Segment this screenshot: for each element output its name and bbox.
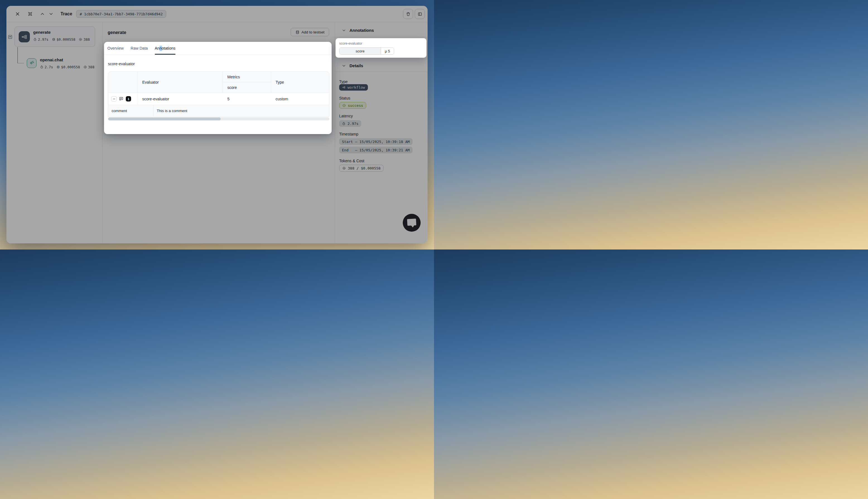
score-metric-button[interactable]: score — [339, 48, 381, 54]
comment-key: comment — [108, 105, 154, 117]
cell-evaluator: score-evaluator — [138, 93, 223, 105]
minus-icon — [112, 97, 116, 101]
cell-score: 5 — [223, 93, 271, 105]
horizontal-scrollbar-track — [108, 117, 329, 120]
score-mean-value: μ 5 — [381, 48, 394, 54]
header-cell-empty — [108, 72, 138, 93]
comment-row: comment This is a comment — [108, 105, 329, 117]
trace-modal: Trace # 1cbb70e7-34a1-7bb7-3498-771b7d46… — [7, 6, 427, 243]
comment-count-badge[interactable]: 1 — [126, 96, 131, 101]
header-cell-metrics: Metrics — [223, 72, 271, 82]
comment-icon[interactable] — [119, 96, 123, 101]
tab-bar: Overview Raw Data Annotations — [104, 42, 331, 55]
table-header: Evaluator Metrics Type score — [108, 71, 329, 93]
tab-overview[interactable]: Overview — [107, 46, 123, 50]
annotations-table: Evaluator Metrics Type score 1 score-eva… — [108, 71, 329, 117]
horizontal-scrollbar-thumb[interactable] — [108, 117, 221, 120]
tab-annotations[interactable]: Annotations — [155, 46, 176, 50]
evaluator-section-title: score-evaluator — [108, 62, 135, 66]
header-cell-metric-score: score — [223, 82, 271, 93]
active-tab-underline — [155, 54, 176, 55]
annotation-score-card: score-evaluator score μ 5 — [336, 38, 426, 58]
cell-type: custom — [271, 93, 329, 105]
score-control: score μ 5 — [339, 47, 394, 54]
annotations-popover: Overview Raw Data Annotations score-eval… — [104, 42, 331, 134]
header-cell-evaluator: Evaluator — [138, 72, 223, 93]
comment-value: This is a comment — [154, 105, 329, 117]
annotation-evaluator-label: score-evaluator — [339, 41, 362, 46]
table-row: 1 score-evaluator 5 custom — [108, 93, 329, 105]
tab-raw-data[interactable]: Raw Data — [131, 46, 147, 50]
collapse-row-button[interactable] — [111, 96, 117, 101]
row-controls: 1 — [108, 93, 138, 105]
header-cell-type: Type — [271, 72, 329, 93]
